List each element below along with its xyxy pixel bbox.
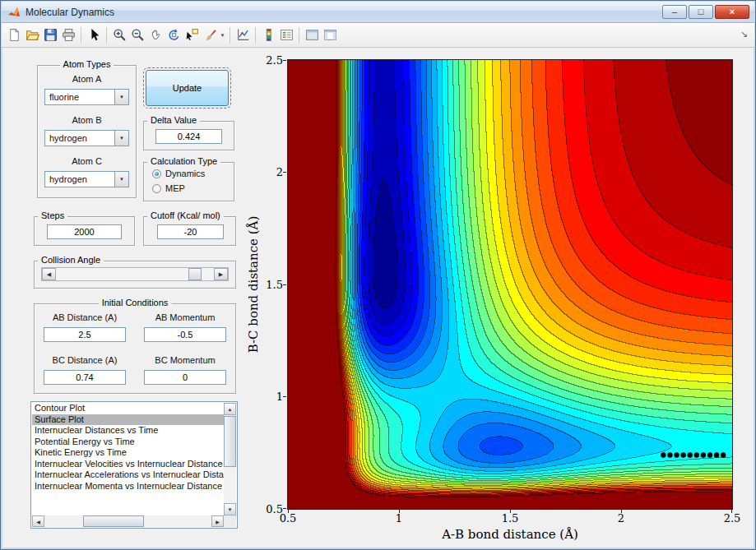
y-axis-label: B-C bond distance (Å) (246, 216, 261, 354)
y-tick-label: 2 (260, 166, 283, 178)
save-icon[interactable] (41, 26, 59, 44)
radio-unselected-icon[interactable] (152, 184, 161, 193)
ab-momentum-input[interactable] (144, 327, 226, 342)
vscroll-thumb[interactable] (224, 416, 236, 467)
vertical-scrollbar[interactable]: ▲ ▼ (224, 403, 236, 515)
print-icon[interactable] (59, 26, 77, 44)
atom-c-label: Atom C (38, 156, 136, 166)
initial-conditions-panel: Initial Conditions AB Distance (A) AB Mo… (34, 303, 236, 394)
rotate-3d-icon[interactable] (165, 26, 183, 44)
slider-right-arrow[interactable]: ▶ (214, 268, 228, 280)
data-cursor-icon[interactable] (183, 26, 201, 44)
y-tick-mark (283, 172, 286, 173)
radio-selected-icon[interactable] (152, 169, 161, 178)
cutoff-legend: Cutoff (Kcal/ mol) (147, 210, 224, 220)
y-tick-label: 2.5 (260, 54, 283, 67)
delta-value-panel: Delta Value (143, 121, 234, 150)
pan-hand-icon[interactable] (146, 26, 165, 44)
y-tick-mark (283, 396, 286, 397)
scroll-right-arrow[interactable]: ▶ (211, 515, 224, 527)
new-document-icon[interactable] (5, 26, 23, 44)
dynamics-radio[interactable]: Dynamics (152, 169, 205, 178)
mep-radio-label: MEP (165, 183, 185, 193)
list-item[interactable]: Internuclear Distances vs Time (32, 425, 224, 437)
x-tick-mark (731, 510, 732, 513)
toolbar-separator (106, 27, 107, 44)
plot-type-listbox: Contour Plot Surface Plot Internuclear D… (30, 401, 238, 529)
y-tick-label: 1 (260, 391, 283, 403)
window-title: Molecular Dynamics (26, 7, 114, 18)
show-plot-tools-icon[interactable] (321, 26, 339, 44)
atom-types-legend: Atom Types (60, 59, 114, 69)
steps-input[interactable] (47, 224, 122, 239)
cutoff-input[interactable] (157, 224, 224, 239)
list-item[interactable]: Contour Plot (32, 403, 224, 414)
x-tick-label: 2 (605, 512, 638, 525)
scroll-left-arrow[interactable]: ◀ (32, 515, 44, 527)
scroll-up-arrow[interactable]: ▲ (224, 403, 236, 415)
hscroll-thumb[interactable] (83, 515, 144, 527)
list-item[interactable]: Potential Energy vs Time (32, 437, 224, 448)
chevron-down-icon[interactable]: ▼ (114, 131, 128, 146)
ab-distance-label: AB Distance (A) (35, 312, 135, 322)
app-window: Molecular Dynamics – □ × ▼ ↘ Atom T (0, 0, 756, 550)
update-button[interactable]: Update (146, 70, 229, 106)
delta-value-input[interactable] (155, 129, 222, 144)
y-tick-mark (283, 60, 286, 61)
toolbar-separator (81, 27, 81, 44)
titlebar[interactable]: Molecular Dynamics – □ × (2, 2, 754, 23)
chevron-down-icon[interactable]: ▼ (219, 26, 226, 44)
slider-track[interactable] (56, 268, 214, 280)
toolbar-separator (255, 27, 256, 44)
insert-legend-icon[interactable] (277, 26, 295, 44)
y-tick-label: 1.5 (260, 279, 283, 291)
zoom-out-icon[interactable] (128, 26, 146, 44)
mep-radio[interactable]: MEP (152, 183, 185, 193)
restore-button[interactable]: □ (689, 5, 713, 19)
list-item[interactable]: Internuclear Accelerations vs Internucle… (32, 469, 224, 481)
bc-momentum-label: BC Momentum (135, 355, 235, 365)
dock-figure-icon[interactable]: ↘ (740, 29, 748, 39)
hide-plot-tools-icon[interactable] (303, 26, 321, 44)
chevron-down-icon[interactable]: ▼ (114, 90, 128, 104)
insert-colorbar-icon[interactable] (259, 26, 277, 44)
list-item[interactable]: Internuclear Velocities vs Internuclear … (32, 459, 224, 470)
minimize-button[interactable]: – (662, 5, 687, 19)
list-item[interactable]: Kinetic Energy vs Time (32, 447, 224, 459)
ab-distance-input[interactable] (44, 327, 126, 342)
atom-c-value: hydrogen (45, 172, 114, 187)
initial-conditions-legend: Initial Conditions (99, 298, 172, 307)
app-icon (7, 6, 21, 19)
atom-a-dropdown[interactable]: fluorine ▼ (44, 89, 129, 105)
zoom-in-icon[interactable] (110, 26, 128, 44)
pointer-icon[interactable] (85, 26, 103, 44)
atom-c-dropdown[interactable]: hydrogen ▼ (44, 171, 129, 187)
horizontal-scrollbar[interactable]: ◀ ▶ (32, 515, 224, 527)
slider-left-arrow[interactable]: ◀ (42, 268, 56, 280)
x-tick-mark (510, 510, 511, 513)
open-file-icon[interactable] (23, 26, 41, 44)
x-tick-label: 0.5 (271, 512, 304, 525)
collision-angle-slider[interactable]: ◀ ▶ (41, 267, 229, 281)
cutoff-panel: Cutoff (Kcal/ mol) (143, 216, 236, 246)
steps-panel: Steps (34, 216, 135, 246)
contour-plot[interactable] (287, 59, 733, 510)
bc-distance-input[interactable] (44, 370, 126, 385)
bc-distance-label: BC Distance (A) (35, 355, 135, 365)
list-item-selected[interactable]: Surface Plot (32, 414, 224, 426)
close-button[interactable]: × (715, 5, 749, 19)
scroll-down-arrow[interactable]: ▼ (224, 503, 236, 515)
atom-types-panel: Atom Types Atom A fluorine ▼ Atom B hydr… (37, 65, 137, 198)
calculation-type-panel: Calculation Type Dynamics MEP (143, 162, 234, 201)
slider-thumb[interactable] (188, 268, 202, 280)
x-tick-mark (399, 510, 400, 513)
brush-icon[interactable] (201, 26, 219, 44)
atom-b-value: hydrogen (45, 131, 114, 146)
link-plots-icon[interactable] (234, 26, 252, 44)
bc-momentum-input[interactable] (144, 370, 226, 385)
calculation-type-legend: Calculation Type (147, 156, 220, 166)
list-item[interactable]: Internuclear Momenta vs Internuclear Dis… (32, 481, 224, 492)
atom-b-dropdown[interactable]: hydrogen ▼ (44, 130, 129, 146)
chevron-down-icon[interactable]: ▼ (114, 172, 128, 187)
y-tick-mark (283, 284, 286, 285)
